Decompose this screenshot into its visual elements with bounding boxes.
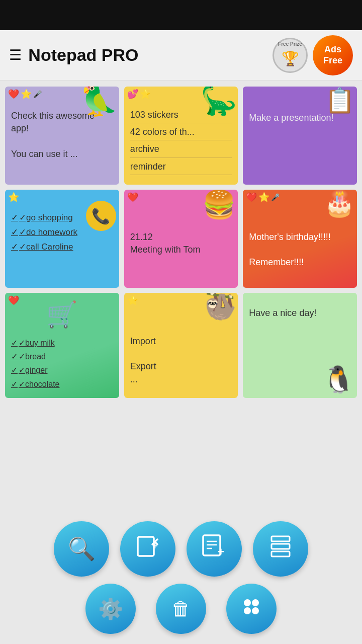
ads-free-line2: Free xyxy=(323,55,342,66)
check-item: ✓bread xyxy=(11,350,113,363)
header-right: Free Prize 🏆 Ads Free xyxy=(273,35,353,75)
bottom-row-2: ⚙️ 🗑 xyxy=(10,584,352,634)
new-list-icon: + xyxy=(201,533,227,565)
svg-rect-9 xyxy=(272,536,290,541)
deco-icons: ❤️⭐🎤 xyxy=(8,89,42,100)
cake-sticker: 🎂 xyxy=(324,190,355,218)
notes-grid: ❤️⭐🎤 🦜 Check this awesome app!You can us… xyxy=(0,80,362,404)
note-text: Have a nice day! xyxy=(249,307,351,319)
burger-sticker: 🍔 xyxy=(202,190,236,220)
layers-icon xyxy=(267,533,294,565)
new-note-button[interactable]: + xyxy=(120,521,175,577)
line2: 42 colors of th... xyxy=(130,126,232,140)
prize-label: Free Prize xyxy=(278,41,302,47)
deco-icons: ⭐ xyxy=(8,192,19,203)
svg-text:+: + xyxy=(218,545,224,558)
header-left: ☰ Notepad PRO xyxy=(9,45,138,65)
svg-point-13 xyxy=(252,599,259,606)
bottom-row-1: 🔍 + + xyxy=(10,521,352,577)
new-note-icon: + xyxy=(135,534,161,565)
note-text: 21.12Meeting with Tom xyxy=(130,231,232,256)
svg-point-15 xyxy=(252,607,259,614)
toucan-sticker: 🦜 xyxy=(79,87,118,118)
note-card[interactable]: ❤️⭐🎤 🎂 Mother's birthday!!!!!Remember!!!… xyxy=(243,190,357,288)
note-card[interactable]: ⭐ 🦥 ImportExport... xyxy=(124,293,238,398)
deco-icons: ❤️⭐🎤 xyxy=(246,192,280,203)
note-card[interactable]: ❤️ 🛒 ✓buy milk ✓bread ✓ginger ✓chocolate xyxy=(5,293,119,398)
dino-sticker: 🦕 xyxy=(201,87,237,117)
check-item: ✓buy milk xyxy=(11,336,113,350)
settings-button[interactable]: ⚙️ xyxy=(85,584,136,634)
line4: reminder xyxy=(130,160,232,175)
ads-free-line1: Ads xyxy=(324,44,341,55)
note-card[interactable]: 💕⭐ 🦕 103 stickers 42 colors of th... arc… xyxy=(124,87,238,185)
svg-point-12 xyxy=(244,599,251,606)
trophy-icon: 🏆 xyxy=(282,50,299,67)
note-text: Mother's birthday!!!!!Remember!!!! xyxy=(249,231,351,269)
note-text: ImportExport... xyxy=(130,335,232,386)
svg-rect-0 xyxy=(138,537,154,556)
deco-icons: ⭐ xyxy=(127,295,138,306)
search-button[interactable]: 🔍 xyxy=(54,521,109,577)
line3: archive xyxy=(130,143,232,157)
trash-button[interactable]: 🗑 xyxy=(156,584,206,634)
check-item: ✓call Caroline xyxy=(11,240,113,255)
deco-icons: ❤️ xyxy=(127,192,138,203)
more-button[interactable] xyxy=(226,584,277,634)
note-text: 103 stickers 42 colors of th... archive … xyxy=(130,109,232,175)
bottom-toolbar: 🔍 + + xyxy=(0,514,362,644)
note-card[interactable]: ⭐ 📞 ✓go shopping ✓do homework ✓call Caro… xyxy=(5,190,119,288)
svg-text:+: + xyxy=(152,541,158,551)
menu-button[interactable]: ☰ xyxy=(9,48,22,62)
search-icon: 🔍 xyxy=(68,536,96,562)
penguin-sticker: 🐧 xyxy=(322,364,355,395)
clipboard-icon: 📋 xyxy=(325,87,355,115)
free-prize-button[interactable]: Free Prize 🏆 xyxy=(273,38,308,73)
note-checklist: ✓buy milk ✓bread ✓ginger ✓chocolate xyxy=(11,336,113,391)
header: ☰ Notepad PRO Free Prize 🏆 Ads Free xyxy=(0,30,362,80)
note-card[interactable]: 🐧 Have a nice day! xyxy=(243,293,357,398)
deco-icons: ❤️ xyxy=(8,295,19,306)
sloth-sticker: 🦥 xyxy=(204,293,237,321)
svg-rect-11 xyxy=(272,551,290,556)
ads-free-button[interactable]: Ads Free xyxy=(313,35,353,75)
settings-icon: ⚙️ xyxy=(98,597,123,621)
svg-point-14 xyxy=(244,607,251,614)
note-card[interactable]: 📋 Make a presentation! xyxy=(243,87,357,185)
deco-icons: 💕⭐ xyxy=(127,89,151,100)
svg-rect-10 xyxy=(272,544,290,549)
note-card[interactable]: ❤️⭐🎤 🦜 Check this awesome app!You can us… xyxy=(5,87,119,185)
check-item: ✓chocolate xyxy=(11,377,113,391)
cart-sticker: 🛒 xyxy=(46,300,77,329)
phone-sticker: 📞 xyxy=(86,201,116,231)
check-item: ✓ginger xyxy=(11,363,113,377)
status-bar xyxy=(0,0,362,30)
note-card[interactable]: ❤️ 🍔 21.12Meeting with Tom xyxy=(124,190,238,288)
more-icon xyxy=(239,595,263,623)
new-list-button[interactable]: + xyxy=(187,521,242,577)
layers-button[interactable] xyxy=(253,521,308,577)
app-title: Notepad PRO xyxy=(28,45,138,65)
trash-icon: 🗑 xyxy=(171,598,191,620)
